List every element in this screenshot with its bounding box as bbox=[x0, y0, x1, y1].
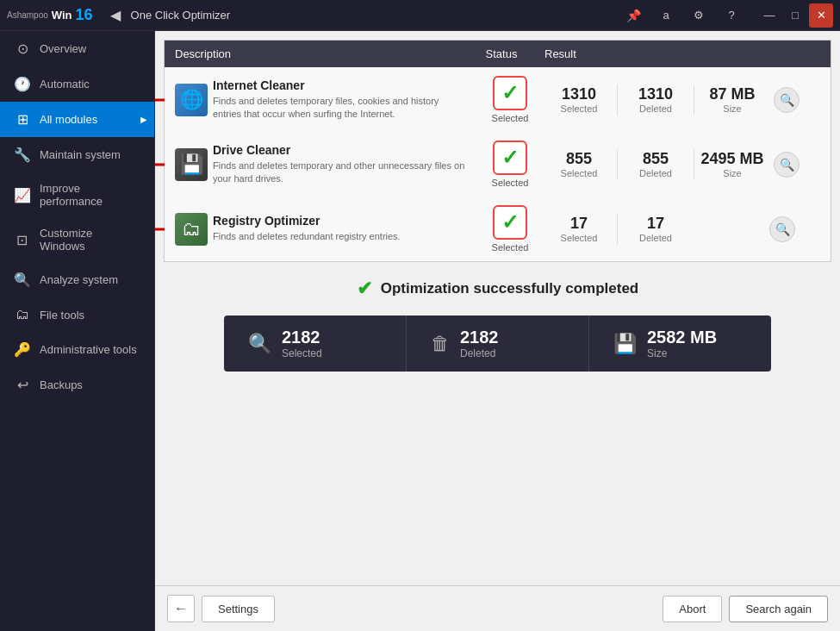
table-row-internet: 🌐 Internet Cleaner Finds and deletes tem… bbox=[165, 67, 831, 132]
registry-optimizer-checkbox[interactable]: ✓ bbox=[493, 205, 527, 240]
registry-search-button[interactable]: 🔍 bbox=[769, 216, 795, 242]
stat-selected-values: 2182 Selected bbox=[282, 328, 322, 359]
drive-cleaner-title: Drive Cleaner bbox=[213, 143, 467, 157]
title-back-button[interactable]: ◀ bbox=[105, 5, 126, 25]
internet-result-size: 87 MB Size bbox=[698, 85, 767, 114]
table-row-registry: 🗂 Registry Optimizer Finds and deletes r… bbox=[165, 197, 831, 261]
user-icon[interactable]: a bbox=[654, 3, 678, 28]
pin-icon[interactable]: 📌 bbox=[621, 3, 645, 28]
internet-cleaner-title: Internet Cleaner bbox=[213, 78, 467, 92]
sidebar-item-label-automatic: Automatic bbox=[40, 78, 90, 91]
success-message: Optimization successfully completed bbox=[381, 280, 638, 297]
registry-optimizer-title: Registry Optimizer bbox=[213, 214, 467, 228]
registry-icon-container: 🗂 bbox=[175, 213, 213, 246]
results-table: Description Status Result 🌐 bbox=[164, 40, 831, 262]
stat-deleted-values: 2182 Deleted bbox=[460, 328, 499, 359]
sidebar-item-administrative-tools[interactable]: 🔑 Administrative tools bbox=[0, 332, 154, 367]
internet-cleaner-subtitle: Finds and deletes temporary files, cooki… bbox=[213, 95, 467, 122]
registry-num-deleted: 17 bbox=[647, 215, 664, 233]
sidebar: ⊙ Overview 🕐 Automatic ⊞ All modules 🔧 M… bbox=[0, 31, 155, 631]
row-registry-optimizer: 🗂 Registry Optimizer Finds and deletes r… bbox=[165, 197, 831, 261]
app-logo: Ashampoo Win 16 bbox=[7, 6, 100, 24]
drive-cleaner-checkbox[interactable]: ✓ bbox=[493, 141, 527, 175]
sidebar-item-file-tools[interactable]: 🗂 File tools bbox=[0, 297, 154, 332]
internet-status-label: Selected bbox=[492, 113, 529, 123]
stat-size-values: 2582 MB Size bbox=[647, 328, 717, 359]
stat-size-label: Size bbox=[647, 347, 717, 359]
administrative-tools-icon: 🔑 bbox=[14, 341, 31, 358]
registry-optimizer-result: 17 Selected 17 Deleted bbox=[544, 214, 820, 245]
internet-num-selected: 1310 bbox=[562, 85, 596, 103]
search-again-button[interactable]: Search again bbox=[729, 596, 828, 622]
sidebar-item-label-improve-performance: Improve performance bbox=[40, 182, 140, 208]
result-divider-2a bbox=[617, 149, 618, 180]
footer-right: Abort Search again bbox=[663, 596, 828, 622]
internet-cleaner-desc: Internet Cleaner Finds and deletes tempo… bbox=[213, 78, 476, 122]
registry-result-deleted: 17 Deleted bbox=[621, 215, 690, 243]
drive-status-label: Selected bbox=[492, 178, 529, 188]
stat-selected-label: Selected bbox=[282, 347, 322, 359]
stat-deleted-label: Deleted bbox=[460, 347, 499, 359]
logo-ashampoo: Ashampoo bbox=[7, 10, 48, 20]
checkmark-drive: ✓ bbox=[501, 146, 519, 170]
drive-result-selected: 855 Selected bbox=[544, 150, 613, 178]
restore-button[interactable]: □ bbox=[783, 3, 807, 28]
settings-button[interactable]: Settings bbox=[202, 596, 275, 622]
settings-icon[interactable]: ⚙ bbox=[687, 3, 711, 28]
drive-search-button[interactable]: 🔍 bbox=[774, 152, 800, 178]
drive-result-size: 2495 MB Size bbox=[698, 150, 767, 178]
registry-result-selected: 17 Selected bbox=[544, 215, 613, 243]
close-button[interactable]: ✕ bbox=[809, 3, 833, 28]
sidebar-item-analyze-system[interactable]: 🔍 Analyze system bbox=[0, 262, 154, 297]
scrollable-content: Description Status Result 🌐 bbox=[155, 31, 840, 585]
sidebar-item-label-administrative-tools: Administrative tools bbox=[40, 343, 137, 356]
registry-num-selected: 17 bbox=[570, 215, 588, 233]
table-header: Description Status Result bbox=[165, 41, 831, 67]
internet-cleaner-checkbox[interactable]: ✓ bbox=[493, 76, 527, 110]
registry-status-label: Selected bbox=[492, 242, 529, 253]
stats-bar: 🔍 2182 Selected 🗑 2182 Deleted 💾 bbox=[224, 316, 771, 372]
sidebar-item-all-modules[interactable]: ⊞ All modules bbox=[0, 102, 154, 137]
internet-cleaner-status: ✓ Selected bbox=[476, 76, 544, 123]
internet-num-size: 87 MB bbox=[709, 85, 755, 103]
sidebar-item-automatic[interactable]: 🕐 Automatic bbox=[0, 66, 154, 102]
drive-cleaner-desc: Drive Cleaner Finds and deletes temporar… bbox=[213, 143, 476, 186]
back-button[interactable]: ← bbox=[167, 595, 195, 622]
logo-version: 16 bbox=[76, 6, 93, 24]
internet-lbl-deleted: Deleted bbox=[639, 103, 672, 114]
abort-button[interactable]: Abort bbox=[663, 596, 722, 622]
checkmark-registry: ✓ bbox=[501, 210, 519, 234]
result-divider-2b bbox=[694, 149, 694, 180]
customize-windows-icon: ⊡ bbox=[14, 232, 31, 248]
internet-num-deleted: 1310 bbox=[638, 85, 673, 103]
minimize-button[interactable]: — bbox=[757, 3, 781, 28]
sidebar-item-customize-windows[interactable]: ⊡ Customize Windows bbox=[0, 217, 154, 262]
file-tools-icon: 🗂 bbox=[14, 307, 31, 322]
internet-search-button[interactable]: 🔍 bbox=[774, 87, 800, 113]
internet-icon-container: 🌐 bbox=[175, 84, 213, 116]
stat-search-icon: 🔍 bbox=[248, 333, 271, 355]
sidebar-item-backups[interactable]: ↩ Backups bbox=[0, 367, 154, 403]
registry-lbl-deleted: Deleted bbox=[639, 233, 672, 243]
drive-num-deleted: 855 bbox=[643, 150, 669, 168]
title-bar-left: Ashampoo Win 16 ◀ One Click Optimizer bbox=[7, 5, 614, 25]
drive-lbl-selected: Selected bbox=[561, 168, 598, 178]
sidebar-item-label-customize-windows: Customize Windows bbox=[40, 227, 140, 253]
window-controls: — □ ✕ bbox=[757, 3, 833, 28]
sidebar-item-improve-performance[interactable]: 📈 Improve performance bbox=[0, 172, 154, 217]
table-row-drive: 💾 Drive Cleaner Finds and deletes tempor… bbox=[165, 132, 831, 197]
drive-num-selected: 855 bbox=[566, 150, 592, 168]
content-area: Description Status Result 🌐 bbox=[155, 31, 840, 631]
analyze-system-icon: 🔍 bbox=[14, 272, 31, 288]
help-icon[interactable]: ? bbox=[719, 3, 744, 28]
sidebar-item-label-overview: Overview bbox=[40, 42, 86, 55]
result-divider-1a bbox=[617, 84, 618, 116]
sidebar-item-overview[interactable]: ⊙ Overview bbox=[0, 31, 154, 66]
sidebar-item-maintain-system[interactable]: 🔧 Maintain system bbox=[0, 137, 154, 172]
stat-deleted: 🗑 2182 Deleted bbox=[407, 316, 589, 372]
title-text: One Click Optimizer bbox=[131, 9, 231, 22]
success-checkmark-icon: ✔ bbox=[357, 278, 372, 300]
logo-win: Win bbox=[52, 9, 72, 22]
sidebar-item-label-all-modules: All modules bbox=[40, 113, 97, 126]
sidebar-item-label-backups: Backups bbox=[40, 378, 83, 391]
